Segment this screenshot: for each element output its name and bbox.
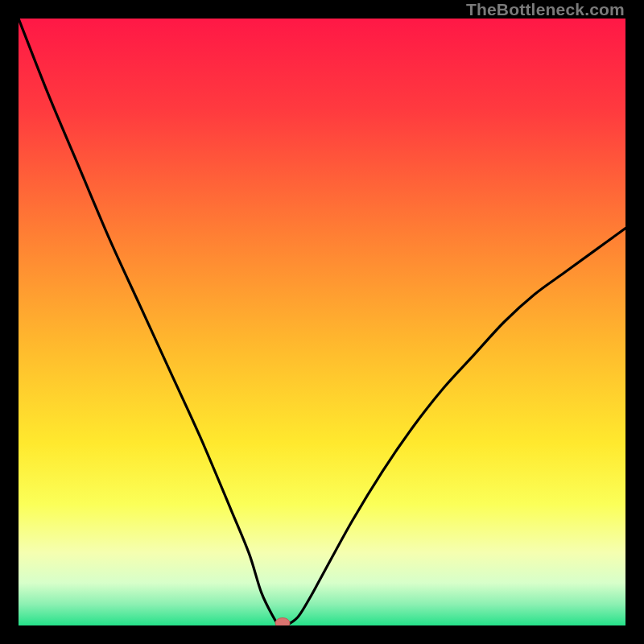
minimum-marker <box>275 618 290 626</box>
bottleneck-chart <box>19 19 625 625</box>
gradient-background <box>19 19 625 625</box>
chart-frame: TheBottleneck.com <box>0 0 644 644</box>
watermark-label: TheBottleneck.com <box>466 0 625 19</box>
